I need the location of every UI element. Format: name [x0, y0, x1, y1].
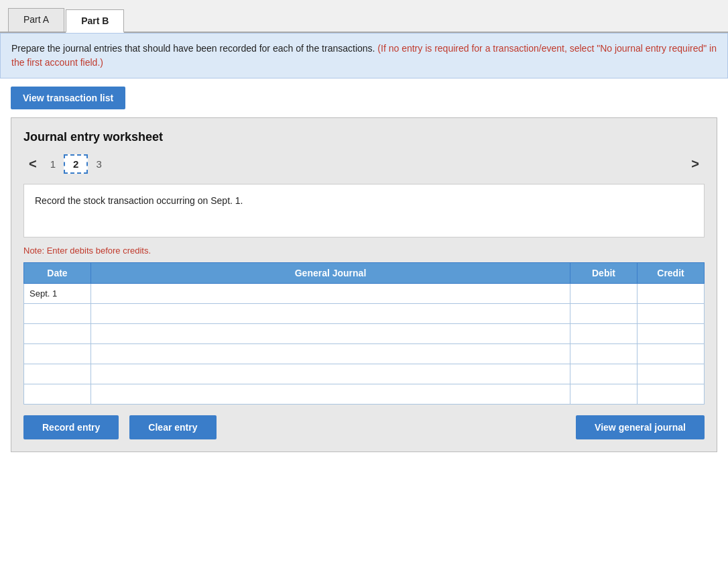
date-cell-1: [24, 304, 91, 324]
table-row: [24, 364, 705, 384]
date-cell-2: [24, 324, 91, 344]
table-row: [24, 344, 705, 364]
view-general-journal-button[interactable]: View general journal: [576, 415, 705, 439]
credit-input-2[interactable]: [638, 324, 704, 343]
nav-row: < 1 2 3 >: [23, 154, 705, 174]
table-row: [24, 324, 705, 344]
gj-input-5[interactable]: [91, 384, 570, 404]
debit-input-0[interactable]: [570, 284, 637, 303]
gj-input-4[interactable]: [91, 364, 570, 384]
credit-input-3[interactable]: [638, 344, 704, 364]
journal-table: Date General Journal Debit Credit Sept. …: [23, 262, 705, 405]
credit-input-5[interactable]: [638, 384, 704, 404]
credit-input-0[interactable]: [638, 284, 704, 303]
date-cell-5: [24, 384, 91, 405]
debit-cell-0[interactable]: [570, 284, 638, 304]
debit-input-4[interactable]: [570, 364, 637, 384]
nav-page-3[interactable]: 3: [88, 156, 109, 172]
worksheet-title: Journal entry worksheet: [23, 130, 705, 144]
debit-input-3[interactable]: [570, 344, 637, 364]
debit-cell-2[interactable]: [570, 324, 638, 344]
gj-input-0[interactable]: [91, 284, 570, 303]
record-entry-button[interactable]: Record entry: [23, 415, 119, 439]
date-cell-3: [24, 344, 91, 364]
gj-cell-2[interactable]: [91, 324, 570, 344]
debit-input-2[interactable]: [570, 324, 637, 343]
date-cell-4: [24, 364, 91, 384]
col-header-debit: Debit: [570, 263, 638, 284]
debit-input-1[interactable]: [570, 304, 637, 323]
table-row: [24, 304, 705, 324]
nav-page-1[interactable]: 1: [42, 156, 64, 172]
col-header-gj: General Journal: [91, 263, 570, 284]
credit-input-1[interactable]: [638, 304, 704, 323]
gj-input-1[interactable]: [91, 304, 570, 323]
debit-cell-1[interactable]: [570, 304, 638, 324]
credit-cell-1[interactable]: [638, 304, 705, 324]
debit-credit-note: Note: Enter debits before credits.: [23, 246, 705, 256]
gj-cell-0[interactable]: [91, 284, 570, 304]
view-transaction-area: View transaction list: [0, 78, 728, 117]
gj-input-3[interactable]: [91, 344, 570, 364]
journal-worksheet: Journal entry worksheet < 1 2 3 > Record…: [11, 117, 717, 452]
table-row: [24, 384, 705, 405]
nav-left-arrow[interactable]: <: [23, 154, 42, 174]
tab-part-b[interactable]: Part B: [66, 9, 124, 33]
table-row: Sept. 1: [24, 284, 705, 304]
nav-right-arrow[interactable]: >: [686, 154, 705, 174]
instructions-box: Prepare the journal entries that should …: [0, 33, 728, 78]
clear-entry-button[interactable]: Clear entry: [129, 415, 216, 439]
debit-cell-3[interactable]: [570, 344, 638, 364]
gj-cell-1[interactable]: [91, 304, 570, 324]
credit-cell-5[interactable]: [638, 384, 705, 405]
col-header-date: Date: [24, 263, 91, 284]
date-cell-0: Sept. 1: [24, 284, 91, 304]
gj-input-2[interactable]: [91, 324, 570, 343]
credit-cell-4[interactable]: [638, 364, 705, 384]
gj-cell-3[interactable]: [91, 344, 570, 364]
task-description: Record the stock transaction occurring o…: [23, 184, 705, 237]
debit-cell-5[interactable]: [570, 384, 638, 405]
gj-cell-4[interactable]: [91, 364, 570, 384]
credit-cell-3[interactable]: [638, 344, 705, 364]
view-transaction-button[interactable]: View transaction list: [11, 87, 125, 109]
credit-cell-0[interactable]: [638, 284, 705, 304]
gj-cell-5[interactable]: [91, 384, 570, 405]
tab-part-a[interactable]: Part A: [8, 8, 64, 32]
credit-cell-2[interactable]: [638, 324, 705, 344]
debit-cell-4[interactable]: [570, 364, 638, 384]
instructions-main: Prepare the journal entries that should …: [11, 43, 375, 54]
debit-input-5[interactable]: [570, 384, 637, 404]
col-header-credit: Credit: [638, 263, 705, 284]
action-buttons-row: Record entry Clear entry View general jo…: [23, 415, 705, 439]
credit-input-4[interactable]: [638, 364, 704, 384]
nav-page-2[interactable]: 2: [64, 154, 88, 174]
tabs-bar: Part A Part B: [0, 0, 728, 33]
